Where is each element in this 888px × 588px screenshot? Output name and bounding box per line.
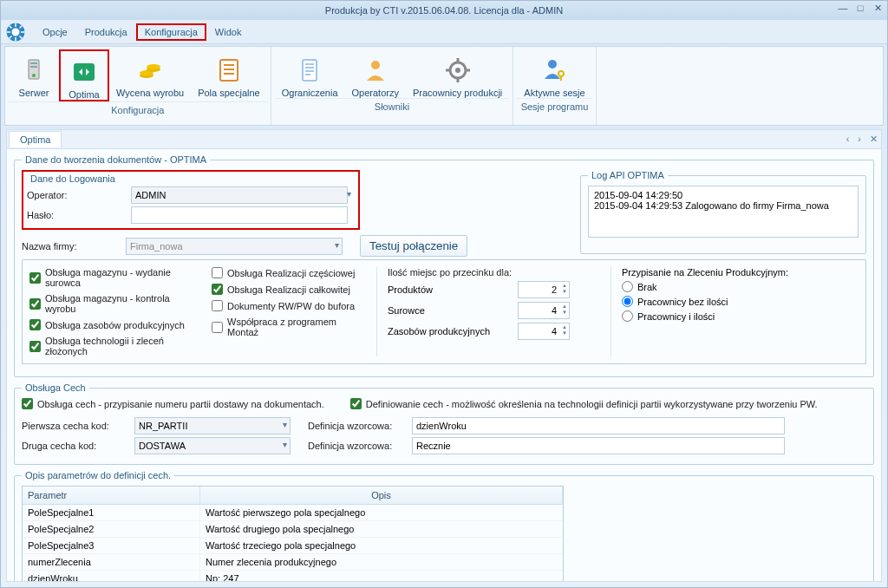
- surowce-spinner[interactable]: 4: [518, 302, 570, 319]
- chk-realizacja-calk[interactable]: Obsługa Realizacji całkowitej: [212, 284, 368, 295]
- cell-parametr: numerZlecenia: [23, 554, 200, 570]
- table-header-opis: Opis: [200, 487, 563, 504]
- surowce-label: Surowce: [388, 305, 518, 316]
- menu-opcje[interactable]: Opcje: [34, 23, 76, 41]
- ribbon-wycena-label: Wycena wyrobu: [116, 88, 184, 98]
- tab-next-icon[interactable]: ›: [858, 134, 861, 145]
- chevron-down-icon[interactable]: ▾: [283, 440, 287, 449]
- chk-obsluga-cech[interactable]: Obsługa cech - przypisanie numeru partii…: [22, 398, 324, 409]
- table-row[interactable]: PoleSpecjalne1Wartość pierwszego pola sp…: [23, 505, 563, 521]
- nazwa-firmy-label: Nazwa firmy:: [22, 241, 126, 252]
- nazwa-firmy-select[interactable]: [126, 238, 343, 255]
- menu-konfiguracja[interactable]: Konfiguracja: [136, 23, 206, 41]
- table-row[interactable]: PoleSpecjalne2Wartość drugiego pola spec…: [23, 521, 563, 538]
- definicja1-label: Definicja wzorcowa:: [308, 421, 412, 431]
- cell-opis: Np: 247: [200, 571, 563, 582]
- close-icon[interactable]: ✕: [872, 3, 884, 14]
- produktow-label: Produktów: [388, 284, 518, 295]
- table-header-parametr: Parametr: [23, 487, 200, 504]
- form-icon: [198, 53, 260, 88]
- chk-magazyn-kontrola[interactable]: Obsługa magazynu - kontrola wyrobu: [29, 293, 203, 314]
- radio-prac-ilosci[interactable]: Pracownicy i ilości: [622, 310, 859, 322]
- svg-point-28: [371, 61, 380, 69]
- menu-produkcja[interactable]: Produkcja: [76, 23, 136, 41]
- group-log-api-label: Log API OPTIMA: [588, 170, 668, 180]
- table-row[interactable]: dzienWrokuNp: 247: [23, 571, 563, 582]
- druga-cecha-select[interactable]: [134, 437, 291, 454]
- ribbon-serwer-label: Serwer: [16, 88, 52, 98]
- group-dane-logowania-label: Dane do Logowania: [27, 173, 119, 184]
- ribbon-wycena[interactable]: Wycena wyrobu: [109, 49, 191, 101]
- chk-definiowanie-cech[interactable]: Definiowanie cech - możliwość określenia…: [350, 398, 818, 409]
- group-log-api: Log API OPTIMA 2015-09-04 14:29:50 2015-…: [580, 170, 866, 254]
- cell-opis: Wartość trzeciego pola specjalnego: [200, 538, 563, 553]
- ribbon-serwer[interactable]: Serwer: [9, 49, 59, 101]
- ribbon-optima[interactable]: Optima: [59, 49, 109, 101]
- ribbon-pracownicy-label: Pracownicy produkcji: [413, 88, 502, 98]
- definicja2-input[interactable]: [412, 437, 785, 454]
- chevron-down-icon[interactable]: ▾: [335, 240, 339, 250]
- svg-point-35: [548, 60, 557, 69]
- log-api-text: 2015-09-04 14:29:50 2015-09-04 14:29:53 …: [588, 186, 859, 238]
- maximize-icon[interactable]: □: [854, 3, 866, 14]
- svg-rect-12: [30, 66, 37, 68]
- group-dane-tworzenia: Dane do tworzenia dokumentów - OPTIMA Da…: [14, 154, 874, 377]
- minimize-icon[interactable]: —: [837, 3, 849, 14]
- ilosc-header: Ilość miejsc po przecinku dla:: [388, 267, 602, 278]
- table-row[interactable]: PoleSpecjalne3Wartość trzeciego pola spe…: [23, 538, 563, 554]
- content-area: Dane do tworzenia dokumentów - OPTIMA Da…: [6, 148, 882, 582]
- pierwsza-cecha-label: Pierwsza cecha kod:: [22, 421, 134, 431]
- optima-icon: [68, 55, 101, 89]
- ribbon-operatorzy-label: Operatorzy: [352, 88, 399, 98]
- chk-zasoby[interactable]: Obsługa zasobów produkcyjnych: [29, 319, 203, 330]
- chevron-down-icon[interactable]: ▾: [283, 420, 287, 429]
- tab-optima[interactable]: Optima: [9, 131, 62, 147]
- svg-point-18: [147, 64, 160, 69]
- ribbon-optima-label: Optima: [68, 89, 101, 100]
- coins-icon: [116, 53, 184, 88]
- cell-opis: Numer zlecenia produkcyjnego: [200, 554, 563, 570]
- app-logo-icon: [3, 21, 29, 43]
- titlebar: Produkcja by CTI v.2015.06.04.08. Licenc…: [1, 1, 887, 20]
- tab-prev-icon[interactable]: ‹: [846, 134, 850, 145]
- radio-prac-bez[interactable]: Pracownicy bez ilości: [622, 296, 859, 307]
- ribbon-operatorzy[interactable]: Operatorzy: [345, 49, 406, 98]
- ribbon-group-sesje-label: Sesje programu: [517, 98, 591, 114]
- group-obsluga-cech: Obsługa Cech Obsługa cech - przypisanie …: [14, 382, 874, 465]
- test-connection-button[interactable]: Testuj połączenie: [360, 235, 467, 257]
- cell-opis: Wartość pierwszego pola specjalnego: [200, 505, 563, 520]
- ribbon-ograniczenia[interactable]: Ograniczenia: [275, 49, 345, 98]
- cell-parametr: PoleSpecjalne1: [23, 505, 200, 520]
- svg-point-30: [455, 68, 460, 73]
- menu-widok[interactable]: Widok: [206, 23, 251, 41]
- svg-point-1: [12, 28, 20, 36]
- group-dane-tworzenia-label: Dane do tworzenia dokumentów - OPTIMA: [22, 154, 210, 165]
- definicja2-label: Definicja wzorcowa:: [308, 441, 412, 451]
- table-row[interactable]: numerZleceniaNumer zlecenia produkcyjneg…: [23, 554, 563, 571]
- radio-brak[interactable]: Brak: [622, 281, 859, 292]
- ribbon-pracownicy[interactable]: Pracownicy produkcji: [406, 49, 509, 98]
- ribbon-pola[interactable]: Pola specjalne: [191, 49, 267, 101]
- ribbon: Serwer Optima Wycena wyrobu Pola specjal…: [4, 46, 884, 126]
- chevron-down-icon[interactable]: ▾: [347, 189, 351, 199]
- window-title: Produkcja by CTI v.2015.06.04.08. Licenc…: [325, 5, 563, 16]
- pierwsza-cecha-select[interactable]: [134, 417, 291, 434]
- operator-select[interactable]: [131, 186, 348, 204]
- druga-cecha-label: Druga cecha kod:: [22, 441, 134, 451]
- server-icon: [16, 53, 52, 88]
- chk-dokumenty-rwpw[interactable]: Dokumenty RW/PW do bufora: [212, 300, 368, 311]
- zasobow-spinner[interactable]: 4: [518, 323, 570, 340]
- chk-technologii[interactable]: Obsługa technologii i zleceń złożonych: [29, 336, 203, 356]
- produktow-spinner[interactable]: 2: [518, 281, 570, 298]
- person-key-icon: [524, 53, 584, 88]
- chk-realizacja-czesc[interactable]: Obsługa Realizacji częściowej: [212, 267, 368, 278]
- chk-wspolpraca-montaz[interactable]: Współpraca z programem Montaż: [212, 317, 368, 337]
- operator-label: Operator:: [27, 190, 131, 200]
- haslo-input[interactable]: [131, 206, 348, 224]
- chk-magazyn-wydanie[interactable]: Obsługa magazynu - wydanie surowca: [29, 267, 203, 288]
- zasobow-label: Zasobów produkcyjnych: [388, 326, 518, 336]
- ribbon-aktywne-sesje[interactable]: Aktywne sesje: [517, 49, 591, 98]
- tab-close-icon[interactable]: ✕: [870, 134, 878, 145]
- definicja1-input[interactable]: [412, 417, 785, 434]
- person-icon: [352, 53, 399, 88]
